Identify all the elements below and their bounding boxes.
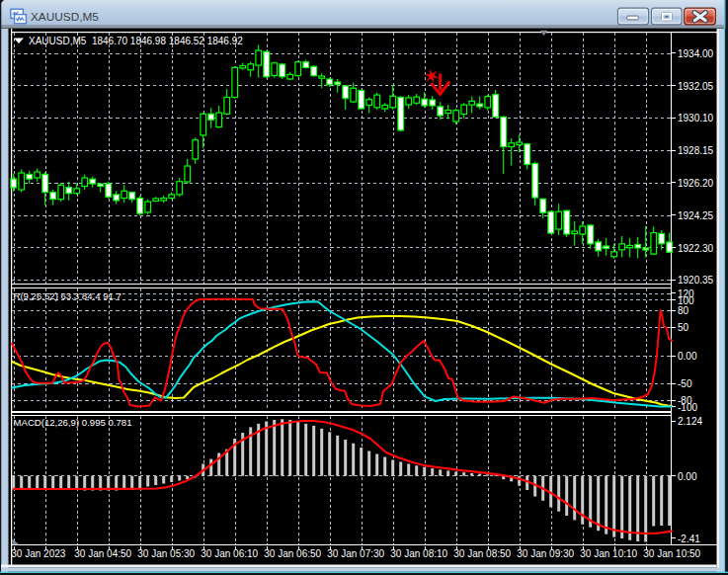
svg-text:R(9,26,52) 63.3 84.4 91.7: R(9,26,52) 63.3 84.4 91.7 <box>14 290 121 301</box>
svg-text:0.00: 0.00 <box>678 471 697 482</box>
svg-text:30 Jan 10:10: 30 Jan 10:10 <box>580 548 637 559</box>
svg-text:-2.41: -2.41 <box>678 534 700 544</box>
svg-text:30 Jan 06:10: 30 Jan 06:10 <box>201 548 258 559</box>
svg-text:1928.15: 1928.15 <box>678 145 714 156</box>
svg-text:MACD(12,26,9) 0.995 0.781: MACD(12,26,9) 0.995 0.781 <box>14 417 132 428</box>
svg-text:1922.30: 1922.30 <box>678 243 714 254</box>
svg-text:1924.25: 1924.25 <box>678 210 714 221</box>
svg-text:30 Jan 07:30: 30 Jan 07:30 <box>327 548 384 559</box>
svg-text:80: 80 <box>678 305 689 316</box>
svg-text:1932.05: 1932.05 <box>678 81 714 92</box>
svg-text:1930.10: 1930.10 <box>678 113 714 123</box>
svg-text:XAUUSD,M5 1846.70 1846.98 184: XAUUSD,M5 1846.70 1846.98 1846.52 1846.9… <box>29 36 243 46</box>
svg-text:XAUUSD,M5: XAUUSD,M5 <box>31 10 99 24</box>
svg-text:30 Jan 08:50: 30 Jan 08:50 <box>453 548 511 559</box>
svg-text:30 Jan 05:30: 30 Jan 05:30 <box>137 548 195 559</box>
svg-text:0.00: 0.00 <box>678 351 697 362</box>
svg-text:1920.35: 1920.35 <box>678 275 714 286</box>
svg-text:30 Jan 06:50: 30 Jan 06:50 <box>264 548 321 559</box>
svg-text:30 Jan 10:50: 30 Jan 10:50 <box>643 548 700 559</box>
svg-text:30 Jan 08:10: 30 Jan 08:10 <box>390 548 447 559</box>
svg-text:30 Jan 04:50: 30 Jan 04:50 <box>74 548 131 559</box>
svg-text:50: 50 <box>678 322 689 333</box>
svg-text:30 Jan 2023: 30 Jan 2023 <box>11 548 65 559</box>
svg-text:30 Jan 09:30: 30 Jan 09:30 <box>517 548 574 559</box>
svg-text:100: 100 <box>678 295 694 306</box>
svg-text:1926.20: 1926.20 <box>678 178 714 189</box>
svg-text:1934.00: 1934.00 <box>678 48 714 59</box>
svg-text:2.124: 2.124 <box>678 416 702 427</box>
svg-text:-50: -50 <box>678 378 692 389</box>
svg-text:-100: -100 <box>678 402 697 413</box>
